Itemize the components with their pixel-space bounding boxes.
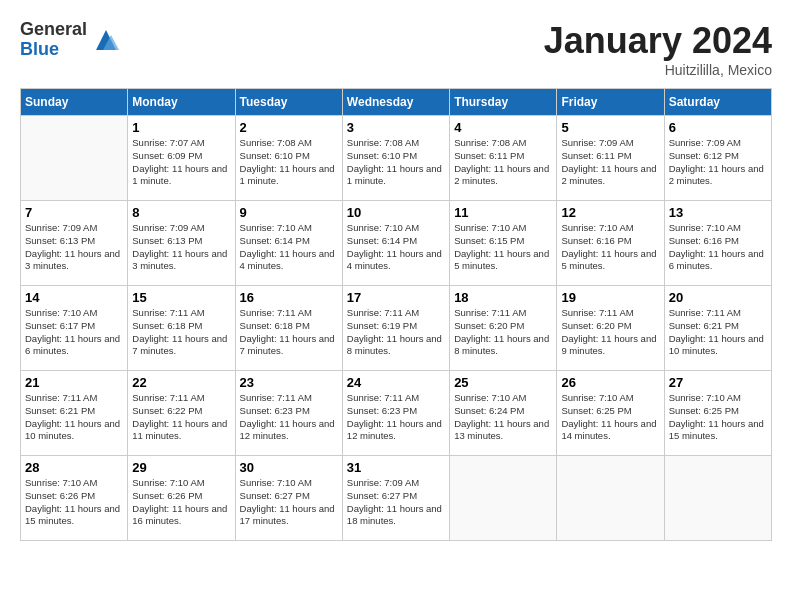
day-info: Sunrise: 7:10 AM Sunset: 6:14 PM Dayligh… bbox=[347, 222, 445, 273]
day-info: Sunrise: 7:11 AM Sunset: 6:23 PM Dayligh… bbox=[240, 392, 338, 443]
calendar-cell bbox=[21, 116, 128, 201]
day-info: Sunrise: 7:10 AM Sunset: 6:25 PM Dayligh… bbox=[669, 392, 767, 443]
logo-blue: Blue bbox=[20, 40, 87, 60]
day-number: 22 bbox=[132, 375, 230, 390]
calendar-cell: 29Sunrise: 7:10 AM Sunset: 6:26 PM Dayli… bbox=[128, 456, 235, 541]
calendar-cell: 30Sunrise: 7:10 AM Sunset: 6:27 PM Dayli… bbox=[235, 456, 342, 541]
day-info: Sunrise: 7:11 AM Sunset: 6:20 PM Dayligh… bbox=[561, 307, 659, 358]
calendar-cell: 17Sunrise: 7:11 AM Sunset: 6:19 PM Dayli… bbox=[342, 286, 449, 371]
day-number: 26 bbox=[561, 375, 659, 390]
week-row-1: 7Sunrise: 7:09 AM Sunset: 6:13 PM Daylig… bbox=[21, 201, 772, 286]
header-tuesday: Tuesday bbox=[235, 89, 342, 116]
day-info: Sunrise: 7:09 AM Sunset: 6:11 PM Dayligh… bbox=[561, 137, 659, 188]
day-number: 5 bbox=[561, 120, 659, 135]
week-row-3: 21Sunrise: 7:11 AM Sunset: 6:21 PM Dayli… bbox=[21, 371, 772, 456]
day-number: 15 bbox=[132, 290, 230, 305]
calendar-cell: 19Sunrise: 7:11 AM Sunset: 6:20 PM Dayli… bbox=[557, 286, 664, 371]
day-number: 31 bbox=[347, 460, 445, 475]
day-info: Sunrise: 7:10 AM Sunset: 6:16 PM Dayligh… bbox=[669, 222, 767, 273]
calendar-cell: 4Sunrise: 7:08 AM Sunset: 6:11 PM Daylig… bbox=[450, 116, 557, 201]
day-info: Sunrise: 7:11 AM Sunset: 6:21 PM Dayligh… bbox=[669, 307, 767, 358]
calendar-cell: 1Sunrise: 7:07 AM Sunset: 6:09 PM Daylig… bbox=[128, 116, 235, 201]
calendar-cell: 2Sunrise: 7:08 AM Sunset: 6:10 PM Daylig… bbox=[235, 116, 342, 201]
day-info: Sunrise: 7:10 AM Sunset: 6:26 PM Dayligh… bbox=[132, 477, 230, 528]
week-row-4: 28Sunrise: 7:10 AM Sunset: 6:26 PM Dayli… bbox=[21, 456, 772, 541]
day-number: 13 bbox=[669, 205, 767, 220]
calendar-header-row: SundayMondayTuesdayWednesdayThursdayFrid… bbox=[21, 89, 772, 116]
header-thursday: Thursday bbox=[450, 89, 557, 116]
logo-general: General bbox=[20, 20, 87, 40]
day-number: 29 bbox=[132, 460, 230, 475]
day-info: Sunrise: 7:11 AM Sunset: 6:19 PM Dayligh… bbox=[347, 307, 445, 358]
calendar-cell: 20Sunrise: 7:11 AM Sunset: 6:21 PM Dayli… bbox=[664, 286, 771, 371]
day-number: 16 bbox=[240, 290, 338, 305]
week-row-0: 1Sunrise: 7:07 AM Sunset: 6:09 PM Daylig… bbox=[21, 116, 772, 201]
day-info: Sunrise: 7:10 AM Sunset: 6:25 PM Dayligh… bbox=[561, 392, 659, 443]
calendar-table: SundayMondayTuesdayWednesdayThursdayFrid… bbox=[20, 88, 772, 541]
calendar-cell: 12Sunrise: 7:10 AM Sunset: 6:16 PM Dayli… bbox=[557, 201, 664, 286]
calendar-cell: 25Sunrise: 7:10 AM Sunset: 6:24 PM Dayli… bbox=[450, 371, 557, 456]
location: Huitzililla, Mexico bbox=[544, 62, 772, 78]
calendar-cell bbox=[664, 456, 771, 541]
calendar-cell: 7Sunrise: 7:09 AM Sunset: 6:13 PM Daylig… bbox=[21, 201, 128, 286]
month-title: January 2024 bbox=[544, 20, 772, 62]
logo-text: General Blue bbox=[20, 20, 87, 60]
day-number: 4 bbox=[454, 120, 552, 135]
day-info: Sunrise: 7:11 AM Sunset: 6:22 PM Dayligh… bbox=[132, 392, 230, 443]
calendar-cell: 14Sunrise: 7:10 AM Sunset: 6:17 PM Dayli… bbox=[21, 286, 128, 371]
day-number: 23 bbox=[240, 375, 338, 390]
day-number: 8 bbox=[132, 205, 230, 220]
day-info: Sunrise: 7:11 AM Sunset: 6:23 PM Dayligh… bbox=[347, 392, 445, 443]
day-info: Sunrise: 7:07 AM Sunset: 6:09 PM Dayligh… bbox=[132, 137, 230, 188]
day-number: 28 bbox=[25, 460, 123, 475]
calendar-cell: 11Sunrise: 7:10 AM Sunset: 6:15 PM Dayli… bbox=[450, 201, 557, 286]
day-number: 24 bbox=[347, 375, 445, 390]
calendar-cell: 13Sunrise: 7:10 AM Sunset: 6:16 PM Dayli… bbox=[664, 201, 771, 286]
day-number: 14 bbox=[25, 290, 123, 305]
day-number: 27 bbox=[669, 375, 767, 390]
day-info: Sunrise: 7:11 AM Sunset: 6:18 PM Dayligh… bbox=[132, 307, 230, 358]
week-row-2: 14Sunrise: 7:10 AM Sunset: 6:17 PM Dayli… bbox=[21, 286, 772, 371]
header-wednesday: Wednesday bbox=[342, 89, 449, 116]
calendar-cell: 31Sunrise: 7:09 AM Sunset: 6:27 PM Dayli… bbox=[342, 456, 449, 541]
day-number: 17 bbox=[347, 290, 445, 305]
day-info: Sunrise: 7:08 AM Sunset: 6:10 PM Dayligh… bbox=[347, 137, 445, 188]
day-info: Sunrise: 7:11 AM Sunset: 6:21 PM Dayligh… bbox=[25, 392, 123, 443]
day-info: Sunrise: 7:09 AM Sunset: 6:27 PM Dayligh… bbox=[347, 477, 445, 528]
day-number: 21 bbox=[25, 375, 123, 390]
calendar-cell: 10Sunrise: 7:10 AM Sunset: 6:14 PM Dayli… bbox=[342, 201, 449, 286]
day-number: 19 bbox=[561, 290, 659, 305]
day-number: 12 bbox=[561, 205, 659, 220]
day-number: 25 bbox=[454, 375, 552, 390]
calendar-cell: 16Sunrise: 7:11 AM Sunset: 6:18 PM Dayli… bbox=[235, 286, 342, 371]
day-number: 3 bbox=[347, 120, 445, 135]
calendar-cell: 24Sunrise: 7:11 AM Sunset: 6:23 PM Dayli… bbox=[342, 371, 449, 456]
day-number: 18 bbox=[454, 290, 552, 305]
day-info: Sunrise: 7:11 AM Sunset: 6:18 PM Dayligh… bbox=[240, 307, 338, 358]
day-number: 9 bbox=[240, 205, 338, 220]
day-info: Sunrise: 7:10 AM Sunset: 6:24 PM Dayligh… bbox=[454, 392, 552, 443]
day-info: Sunrise: 7:10 AM Sunset: 6:14 PM Dayligh… bbox=[240, 222, 338, 273]
day-info: Sunrise: 7:10 AM Sunset: 6:17 PM Dayligh… bbox=[25, 307, 123, 358]
day-info: Sunrise: 7:09 AM Sunset: 6:13 PM Dayligh… bbox=[25, 222, 123, 273]
header-saturday: Saturday bbox=[664, 89, 771, 116]
calendar-cell: 23Sunrise: 7:11 AM Sunset: 6:23 PM Dayli… bbox=[235, 371, 342, 456]
day-number: 1 bbox=[132, 120, 230, 135]
day-number: 30 bbox=[240, 460, 338, 475]
page-header: General Blue January 2024 Huitzililla, M… bbox=[20, 20, 772, 78]
day-info: Sunrise: 7:10 AM Sunset: 6:15 PM Dayligh… bbox=[454, 222, 552, 273]
calendar-cell: 18Sunrise: 7:11 AM Sunset: 6:20 PM Dayli… bbox=[450, 286, 557, 371]
day-number: 6 bbox=[669, 120, 767, 135]
calendar-cell: 26Sunrise: 7:10 AM Sunset: 6:25 PM Dayli… bbox=[557, 371, 664, 456]
calendar-cell bbox=[557, 456, 664, 541]
calendar-cell: 5Sunrise: 7:09 AM Sunset: 6:11 PM Daylig… bbox=[557, 116, 664, 201]
calendar-cell: 3Sunrise: 7:08 AM Sunset: 6:10 PM Daylig… bbox=[342, 116, 449, 201]
calendar-cell: 21Sunrise: 7:11 AM Sunset: 6:21 PM Dayli… bbox=[21, 371, 128, 456]
logo: General Blue bbox=[20, 20, 121, 60]
header-sunday: Sunday bbox=[21, 89, 128, 116]
day-info: Sunrise: 7:08 AM Sunset: 6:10 PM Dayligh… bbox=[240, 137, 338, 188]
day-number: 7 bbox=[25, 205, 123, 220]
day-info: Sunrise: 7:08 AM Sunset: 6:11 PM Dayligh… bbox=[454, 137, 552, 188]
day-number: 2 bbox=[240, 120, 338, 135]
day-number: 11 bbox=[454, 205, 552, 220]
